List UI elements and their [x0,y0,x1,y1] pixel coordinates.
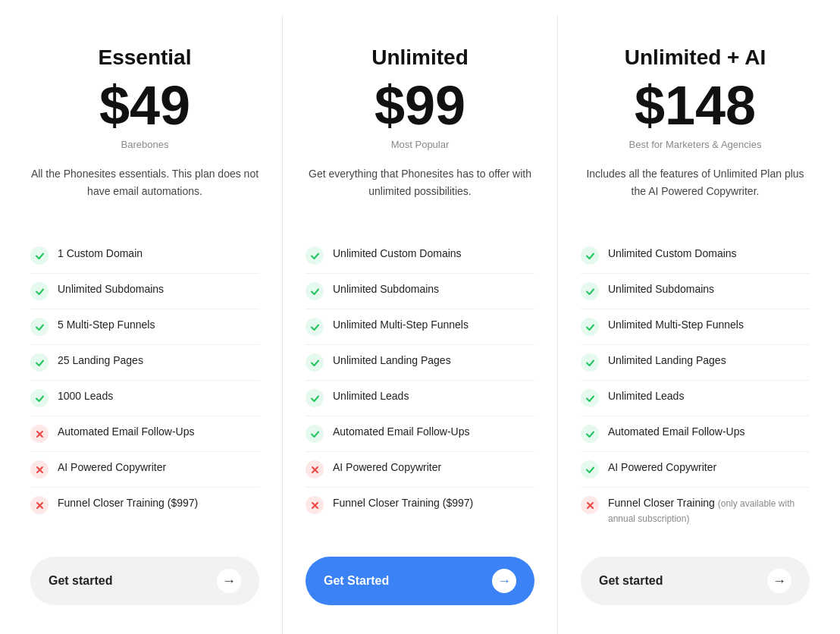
check-icon [581,282,599,300]
feature-label: Automated Email Follow-Ups [333,425,470,440]
cta-arrow-icon: → [767,569,791,593]
plan-price: $99 [306,76,534,136]
feature-label: Funnel Closer Training ($997) [58,496,198,511]
x-icon [306,460,324,479]
feature-label: Automated Email Follow-Ups [608,425,745,440]
feature-item: AI Powered Copywriter [306,452,534,488]
cta-arrow-icon: → [217,569,241,593]
feature-item: Unlimited Multi-Step Funnels [306,309,534,345]
plan-description: All the Phonesites essentials. This plan… [30,165,259,220]
plan-name: Unlimited + AI [581,46,810,70]
features-list: Unlimited Custom DomainsUnlimited Subdom… [306,238,534,534]
feature-label: Unlimited Leads [608,389,684,404]
cta-button-unlimited[interactable]: Get Started→ [306,557,534,605]
feature-item: Funnel Closer Training (only available w… [581,488,810,534]
feature-item: Automated Email Follow-Ups [30,416,259,452]
plan-unlimited-ai: Unlimited + AI$148Best for Marketers & A… [558,15,832,634]
feature-label: Unlimited Multi-Step Funnels [608,318,744,333]
plan-subtitle: Barebones [30,139,259,150]
plan-name: Unlimited [306,46,534,70]
check-icon [306,389,324,407]
features-list: 1 Custom DomainUnlimited Subdomains5 Mul… [30,238,259,534]
feature-item: AI Powered Copywriter [581,452,810,488]
cta-label: Get Started [324,574,389,588]
check-icon [581,460,599,479]
plan-price: $49 [30,76,259,136]
feature-item: Unlimited Custom Domains [306,238,534,274]
check-icon [306,282,324,300]
x-icon [30,425,49,443]
check-icon [581,353,599,372]
x-icon [306,496,324,514]
cta-label: Get started [599,574,663,588]
check-icon [30,318,49,336]
feature-item: Funnel Closer Training ($997) [306,488,534,523]
feature-label: 1000 Leads [58,389,113,404]
plan-name: Essential [30,46,259,70]
check-icon [581,246,599,265]
pricing-table: Essential$49BarebonesAll the Phonesites … [8,15,832,634]
check-icon [30,389,49,407]
check-icon [30,282,49,300]
feature-label: Unlimited Landing Pages [333,353,451,369]
feature-label: 25 Landing Pages [58,353,143,369]
check-icon [306,246,324,265]
feature-label: Unlimited Custom Domains [333,246,462,262]
feature-item: Automated Email Follow-Ups [306,416,534,452]
feature-label: 5 Multi-Step Funnels [58,318,155,333]
plan-essential: Essential$49BarebonesAll the Phonesites … [8,15,283,634]
check-icon [30,353,49,372]
feature-label: AI Powered Copywriter [608,460,716,476]
feature-item: Unlimited Landing Pages [306,345,534,381]
feature-label: 1 Custom Domain [58,246,143,262]
feature-label: Funnel Closer Training [608,497,718,509]
plan-subtitle: Most Popular [306,139,534,150]
partial-icon [581,496,599,514]
check-icon [306,353,324,372]
feature-item: 25 Landing Pages [30,345,259,381]
plan-price: $148 [581,76,810,136]
check-icon [30,246,49,265]
feature-label: Unlimited Subdomains [333,282,439,297]
cta-arrow-icon: → [492,569,516,593]
feature-label: Unlimited Leads [333,389,409,404]
check-icon [581,389,599,407]
check-icon [581,318,599,336]
feature-label: Funnel Closer Training ($997) [333,496,473,511]
feature-item: Automated Email Follow-Ups [581,416,810,452]
x-icon [30,496,49,514]
feature-label: Unlimited Subdomains [608,282,714,297]
check-icon [306,425,324,443]
cta-button-unlimited-ai[interactable]: Get started→ [581,557,810,605]
feature-item: 1000 Leads [30,381,259,416]
feature-label: Automated Email Follow-Ups [58,425,195,440]
plan-description: Get everything that Phonesites has to of… [306,165,534,220]
feature-item: Unlimited Multi-Step Funnels [581,309,810,345]
feature-label: Unlimited Subdomains [58,282,164,297]
check-icon [581,425,599,443]
feature-item: Unlimited Leads [581,381,810,416]
cta-label: Get started [49,574,112,588]
feature-item: Unlimited Subdomains [581,274,810,309]
feature-item: 5 Multi-Step Funnels [30,309,259,345]
features-list: Unlimited Custom DomainsUnlimited Subdom… [581,238,810,534]
check-icon [306,318,324,336]
plan-subtitle: Best for Marketers & Agencies [581,139,810,150]
plan-description: Includes all the features of Unlimited P… [581,165,810,220]
feature-label: Unlimited Landing Pages [608,353,726,369]
cta-button-essential[interactable]: Get started→ [30,557,259,605]
feature-label: AI Powered Copywriter [58,460,166,476]
x-icon [30,460,49,479]
feature-item: Unlimited Leads [306,381,534,416]
feature-item: AI Powered Copywriter [30,452,259,488]
feature-item: Unlimited Custom Domains [581,238,810,274]
feature-item: Unlimited Subdomains [30,274,259,309]
feature-item: Unlimited Subdomains [306,274,534,309]
feature-label: Unlimited Multi-Step Funnels [333,318,469,333]
feature-label: Unlimited Custom Domains [608,246,737,262]
plan-unlimited: Unlimited$99Most PopularGet everything t… [283,15,558,634]
feature-item: 1 Custom Domain [30,238,259,274]
feature-item: Unlimited Landing Pages [581,345,810,381]
feature-item: Funnel Closer Training ($997) [30,488,259,523]
feature-label: AI Powered Copywriter [333,460,441,476]
